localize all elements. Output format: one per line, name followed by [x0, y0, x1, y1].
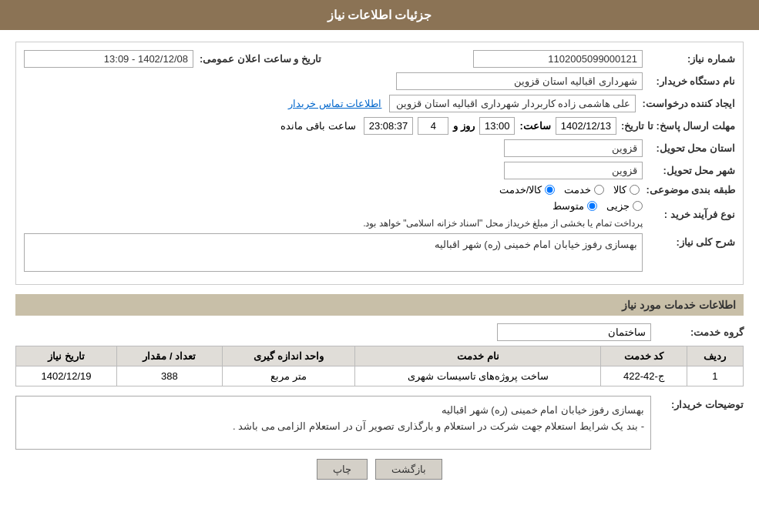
- services-table: ردیف کد خدمت نام خدمت واحد اندازه گیری ت…: [15, 346, 744, 386]
- col-unit: واحد اندازه گیری: [222, 346, 355, 366]
- noeFarayand-jazei-label: جزیی: [606, 200, 630, 212]
- noeFarayand-label: نوع فرآیند خرید :: [643, 209, 735, 220]
- tabaqe-kala-khedmat-radio[interactable]: [545, 185, 555, 195]
- mohlat-date: 1402/12/13: [556, 117, 616, 135]
- row-shomareNiaz: شماره نیاز: 1102005099000121 تاریخ و ساع…: [24, 50, 735, 68]
- buyer-desc-line1: بهسازی رفوز خیابان امام خمینی (ره) شهر ا…: [442, 404, 644, 416]
- buttons-row: بازگشت چاپ: [15, 459, 744, 480]
- cell-row: 1: [687, 366, 743, 386]
- ostan-label: استان محل تحویل:: [643, 142, 735, 154]
- page-title: جزئیات اطلاعات نیاز: [327, 8, 432, 22]
- shomareNiaz-label: شماره نیاز:: [643, 53, 735, 65]
- col-code: کد خدمت: [601, 346, 687, 366]
- row-namDastgah: نام دستگاه خریدار: شهرداری اقبالیه استان…: [24, 72, 735, 90]
- col-row: ردیف: [687, 346, 743, 366]
- mohlat-time-label: ساعت:: [519, 120, 550, 132]
- buyer-desc-label: توضیحات خریدار:: [651, 396, 744, 410]
- noeFarayand-radio-row: جزیی متوسط: [363, 200, 643, 212]
- table-row: 1ج-42-422ساخت پروژه‌های تاسیسات شهریمتر …: [16, 366, 744, 386]
- tarikhElam-label: تاریخ و ساعت اعلان عمومی:: [193, 53, 321, 65]
- main-content: شماره نیاز: 1102005099000121 تاریخ و ساع…: [0, 30, 759, 504]
- row-ostan: استان محل تحویل: قزوین: [24, 139, 735, 157]
- mohlat-remaining-label: ساعت باقی مانده: [280, 120, 355, 132]
- page-header: جزئیات اطلاعات نیاز: [0, 0, 759, 30]
- services-section-title: اطلاعات خدمات مورد نیاز: [15, 294, 744, 316]
- shahr-value: قزوین: [504, 162, 643, 179]
- ostan-value: قزوین: [504, 139, 643, 157]
- mohlat-label: مهلت ارسال پاسخ: تا تاریخ:: [621, 120, 735, 132]
- mohlat-days: 4: [418, 117, 448, 135]
- cell-quantity: 388: [116, 366, 222, 386]
- namDastgah-value: شهرداری اقبالیه استان قزوین: [396, 72, 643, 90]
- mohlat-remaining: 23:08:37: [364, 117, 414, 135]
- mohlat-time: 13:00: [479, 117, 516, 135]
- row-mohlat: مهلت ارسال پاسخ: تا تاریخ: 1402/12/13 سا…: [24, 117, 735, 135]
- ejad-value: علی هاشمی زاده کاربردار شهرداری اقبالیه …: [389, 95, 636, 112]
- back-button[interactable]: بازگشت: [375, 459, 442, 480]
- cell-name: ساخت پروژه‌های تاسیسات شهری: [355, 366, 601, 386]
- row-ejad: ایجاد کننده درخواست: علی هاشمی زاده کارب…: [24, 95, 735, 112]
- buyer-desc-line2: - بند یک شرایط استعلام جهت شرکت در استعل…: [233, 420, 644, 432]
- tarikhElam-value: 1402/12/08 - 13:09: [24, 50, 193, 68]
- row-buyer-desc: توضیحات خریدار: بهسازی رفوز خیابان امام …: [15, 396, 744, 450]
- tabaqe-radio-group: کالا خدمت کالا/خدمت: [499, 184, 640, 196]
- sharh-value: بهسازی رفوز خیابان امام خمینی (ره) شهر ا…: [24, 233, 643, 272]
- row-sharh: شرح کلی نیاز: بهسازی رفوز خیابان امام خم…: [24, 233, 735, 272]
- namDastgah-label: نام دستگاه خریدار:: [643, 75, 735, 87]
- tabaqe-label: طبقه بندی موضوعی:: [640, 184, 735, 196]
- tabaqe-khedmat-radio[interactable]: [594, 185, 604, 195]
- noeFarayand-options: جزیی متوسط پرداخت تمام یا بخشی از مبلغ خ…: [363, 200, 643, 229]
- shomareNiaz-value: 1102005099000121: [473, 50, 643, 68]
- buyer-desc-box: بهسازی رفوز خیابان امام خمینی (ره) شهر ا…: [15, 396, 651, 450]
- tabaqe-khedmat-item[interactable]: خدمت: [564, 184, 604, 196]
- ejad-label: ایجاد کننده درخواست:: [636, 98, 735, 109]
- print-button[interactable]: چاپ: [317, 459, 368, 480]
- tabaqe-kala-label: کالا: [613, 184, 626, 196]
- noeFarayand-jazei-radio[interactable]: [633, 201, 643, 211]
- mohlat-day-label: روز و: [453, 120, 475, 132]
- sharh-label: شرح کلی نیاز:: [643, 233, 735, 248]
- cell-unit: متر مربع: [222, 366, 355, 386]
- row-tabaqe: طبقه بندی موضوعی: کالا خدمت کالا/خدمت: [24, 184, 735, 196]
- col-date: تاریخ نیاز: [16, 346, 117, 366]
- group-label: گروه خدمت:: [651, 326, 744, 338]
- tabaqe-kala-khedmat-label: کالا/خدمت: [499, 184, 542, 196]
- noeFarayand-jazei-item[interactable]: جزیی: [606, 200, 643, 212]
- page-container: جزئیات اطلاعات نیاز شماره نیاز: 11020050…: [0, 0, 759, 532]
- tabaqe-kala-radio[interactable]: [630, 185, 640, 195]
- noeFarayand-desc: پرداخت تمام یا بخشی از مبلغ خریداز محل "…: [363, 218, 643, 229]
- row-shahr: شهر محل تحویل: قزوین: [24, 162, 735, 179]
- cell-code: ج-42-422: [601, 366, 687, 386]
- services-section: گروه خدمت: ساختمان ردیف کد خدمت نام خدمت…: [15, 323, 744, 386]
- group-value: ساختمان: [497, 323, 651, 341]
- col-qty: تعداد / مقدار: [116, 346, 222, 366]
- tabaqe-kala-item[interactable]: کالا: [613, 184, 640, 196]
- noeFarayand-motasat-item[interactable]: متوسط: [552, 200, 597, 212]
- cell-date: 1402/12/19: [16, 366, 117, 386]
- col-name: نام خدمت: [355, 346, 601, 366]
- row-noeFarayand: نوع فرآیند خرید : جزیی متوسط پرداخت تمام…: [24, 200, 735, 229]
- row-group: گروه خدمت: ساختمان: [15, 323, 744, 341]
- noeFarayand-motasat-label: متوسط: [552, 200, 584, 212]
- noeFarayand-motasat-radio[interactable]: [587, 201, 597, 211]
- top-info-section: شماره نیاز: 1102005099000121 تاریخ و ساع…: [15, 42, 744, 285]
- tamasKharidar-link[interactable]: اطلاعات تماس خریدار: [288, 98, 381, 109]
- tabaqe-kala-khedmat-item[interactable]: کالا/خدمت: [499, 184, 556, 196]
- tabaqe-khedmat-label: خدمت: [564, 184, 591, 196]
- shahr-label: شهر محل تحویل:: [643, 165, 735, 176]
